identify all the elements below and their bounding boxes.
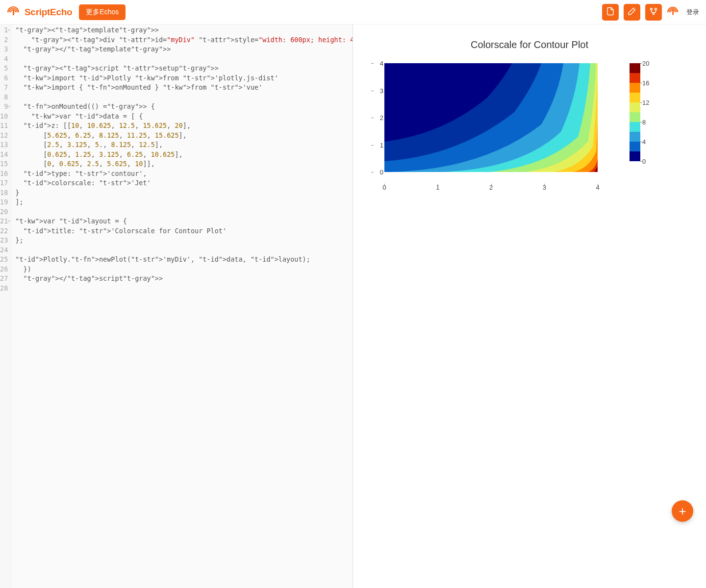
fab-add-button[interactable]: + [672,500,693,522]
login-link[interactable]: 登录 [686,8,699,17]
file-icon [606,7,615,18]
y-axis-labels: 01234 [374,63,383,172]
svg-point-1 [651,8,653,10]
file-button[interactable] [602,4,619,21]
code-editor[interactable]: 1234567891011121314151617181920212223242… [0,24,353,588]
branch-icon [649,7,658,18]
colorbar: 048121620 [630,63,640,161]
brand-name: ScriptEcho [25,7,72,18]
contour-plot[interactable] [384,63,598,172]
wand-icon [628,7,636,18]
svg-rect-0 [13,9,14,15]
colorbar-strip [630,63,640,161]
main-split: 1234567891011121314151617181920212223242… [0,24,706,588]
code-content[interactable]: "t-gray"><"t-tag">template"t-gray">> "t-… [11,24,353,588]
svg-point-2 [655,8,657,10]
line-gutter: 1234567891011121314151617181920212223242… [0,24,11,588]
chart-title: Colorscale for Contour Plot [362,39,697,50]
contour-svg [384,63,598,172]
more-echos-button[interactable]: 更多Echos [79,4,126,20]
header-actions: 登录 [602,4,699,21]
plus-icon: + [679,504,686,519]
logo-mini-icon[interactable] [667,6,681,18]
preview-pane: Colorscale for Contour Plot 01234 [353,24,706,588]
chart-area: 01234 [384,63,697,172]
svg-rect-4 [672,9,674,15]
app-header: ScriptEcho 更多Echos 登录 [0,0,706,24]
wand-button[interactable] [624,4,640,21]
branch-button[interactable] [645,4,662,21]
logo-icon [7,6,22,19]
brand-logo[interactable]: ScriptEcho [7,6,72,19]
